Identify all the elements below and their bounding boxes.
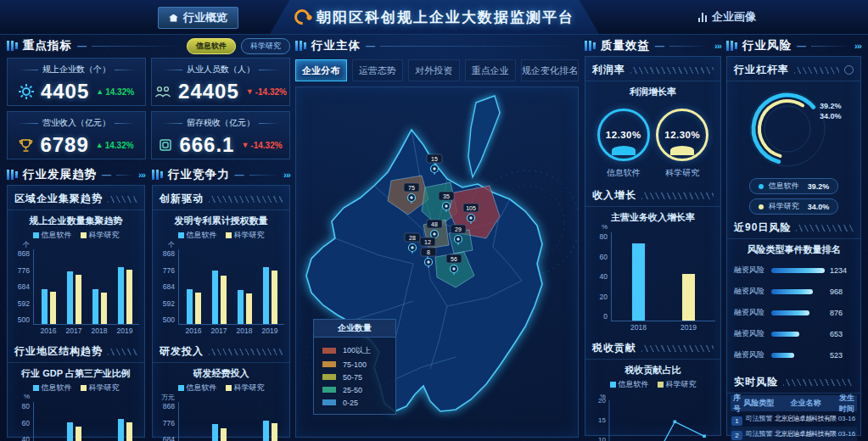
page-title: 朝阳区科创规上企业大数据监测平台: [316, 8, 574, 27]
panel-header-icon: [152, 170, 163, 180]
tab-运营态势[interactable]: 运营态势: [352, 59, 404, 81]
more-icon[interactable]: ›››: [714, 41, 721, 51]
stat-delta: ▲14.32%: [96, 87, 134, 97]
risk-rank-row: 融资风险1234: [734, 260, 854, 281]
quality-title: 质量效益: [601, 38, 650, 53]
patent-chart: 发明专利累计授权数量信息软件科学研究个868776684592500201620…: [153, 215, 289, 338]
section-header: 近90日风险: [727, 215, 860, 239]
section-header: 行业地区结构趋势: [8, 338, 144, 363]
svg-text:56: 56: [451, 256, 457, 262]
map-legend: 企业数量 100以上75-10050-7525-500-25: [313, 319, 396, 415]
risk-panel: 行业杠杆率 39.2%34.0%信息软件39.2%科学研究34.0% 近90日风…: [726, 56, 861, 436]
stat-delta: ▼-14.32%: [246, 87, 287, 97]
leverage-gauge: 39.2%34.0%信息软件39.2%科学研究34.0%: [727, 81, 860, 215]
svg-text:39.2%: 39.2%: [820, 102, 842, 110]
risk-title: 行业风险: [742, 38, 792, 53]
risk-rank-chart: 风险类型事件数量排名融资风险1234融资风险968融资风险876融资风险653融…: [727, 243, 860, 369]
info-icon[interactable]: [844, 65, 854, 75]
stat-delta: ▲14.32%: [96, 141, 134, 150]
nav-enterprise-portrait[interactable]: 企业画像: [688, 7, 767, 27]
tab-对外投资[interactable]: 对外投资: [408, 59, 460, 81]
nav-industry-overview-label: 行业概览: [183, 10, 227, 25]
stat-label: 从业人员数（人）: [152, 64, 289, 75]
more-icon[interactable]: ›››: [283, 170, 290, 180]
tax-contribution-chart: 税收贡献占比信息软件科学研究%051015202016201720182019: [585, 364, 720, 441]
key-indicators-header: 重点指标 — 信息软件科学研究: [7, 37, 290, 54]
quality-panel: 利润率 利润增长率12.30%信息软件12.30%科学研究 收入增长 主营业务收…: [585, 56, 721, 436]
more-icon[interactable]: ›››: [854, 41, 861, 51]
svg-text:15: 15: [431, 156, 438, 162]
realtime-risk-table: 序号风险类型企业名称发生时间1司法预警北京启迪卓越科技有限公司03-162司法预…: [727, 394, 860, 441]
svg-text:15: 15: [598, 416, 606, 424]
panel-header-icon: [7, 41, 18, 51]
section-header: 行业杠杆率: [727, 57, 860, 81]
stat-value: 4405: [41, 80, 89, 103]
svg-text:10: 10: [598, 436, 606, 441]
rd-invest-chart: 研发经费投入信息软件科学研究万元868776684592500201620172…: [153, 367, 289, 441]
section-header: 区域企业集聚趋势: [8, 186, 144, 210]
risk-header: 行业风险 — ›››: [726, 37, 861, 54]
map-legend-item: 25-50: [314, 383, 395, 396]
stat-label: 留存税收（亿元）: [152, 117, 289, 129]
map-legend-title: 企业数量: [313, 319, 396, 338]
svg-text:105: 105: [466, 205, 476, 211]
more-icon[interactable]: ›››: [138, 170, 145, 180]
stat-value: 6789: [40, 133, 88, 157]
tab-企业分布[interactable]: 企业分布: [295, 59, 347, 81]
competitiveness-panel: 创新驱动 发明专利累计授权数量信息软件科学研究个8687766845925002…: [152, 185, 290, 438]
svg-text:8: 8: [427, 249, 430, 255]
risk-rank-row: 融资风险876: [734, 302, 854, 323]
map-legend-item: 75-100: [314, 358, 395, 371]
platform-logo-icon: [291, 6, 312, 27]
panel-header-icon: [7, 170, 18, 180]
revenue-growth-chart: 主营业务收入增长率%80604020020182019: [585, 211, 720, 335]
industry-main-column: 行业主体 — 企业分布运营态势对外投资重点企业规企变化排名: [295, 37, 579, 438]
nav-industry-overview[interactable]: 行业概览: [158, 7, 238, 29]
tab-重点企业[interactable]: 重点企业: [465, 59, 517, 81]
key-indicators-title: 重点指标: [23, 38, 72, 53]
section-header: 研发投入: [153, 338, 289, 363]
people-icon: [154, 85, 171, 98]
risk-column: 行业风险 — ››› 行业杠杆率 39.2%34.0%信息软件39.2%科学研究…: [726, 37, 861, 436]
map-legend-item: 100以上: [314, 343, 395, 358]
profit-gauge: 12.30%科学研究: [656, 109, 708, 179]
table-row[interactable]: 2司法预警北京启迪卓越科技有限公司03-16: [731, 427, 857, 441]
section-header: 创新驱动: [153, 186, 289, 210]
stat-card-revenue: 营业收入（亿元） 6789 ▲14.32%: [7, 111, 146, 159]
panel-header-icon: [295, 41, 306, 51]
bar-chart-icon: [698, 13, 708, 22]
svg-text:28: 28: [409, 235, 416, 241]
svg-text:34.0%: 34.0%: [820, 112, 842, 120]
stat-label: 营业收入（亿元）: [8, 117, 145, 129]
svg-text:75: 75: [408, 185, 415, 191]
tax-icon: [159, 138, 172, 152]
stat-card-employees: 从业人员数（人） 24405 ▼-14.32%: [151, 58, 290, 106]
cluster-trend-chart: 规上企业数量集聚趋势信息软件科学研究个868776684592500201620…: [8, 215, 144, 338]
map-legend-item: 50-75: [314, 371, 395, 383]
risk-rank-row: 融资风险523: [734, 344, 854, 366]
enterprise-distribution-map-panel: 15753510548292812856 企业数量 100以上75-10050-…: [295, 87, 579, 438]
filter-tag[interactable]: 科学研究: [241, 38, 290, 54]
industry-trend-panel: 区域企业集聚趋势 规上企业数量集聚趋势信息软件科学研究个868776684592…: [7, 185, 145, 438]
profit-rate-gauges: 利润增长率12.30%信息软件12.30%科学研究: [585, 86, 720, 182]
filter-tag[interactable]: 信息软件: [187, 38, 236, 54]
section-header: 利润率: [585, 57, 720, 81]
competitiveness-title: 行业竞争力: [168, 167, 230, 182]
stat-value: 666.1: [179, 133, 234, 157]
competitiveness-header: 行业竞争力 — ›››: [152, 166, 290, 183]
risk-rank-row: 融资风险653: [734, 323, 854, 344]
stat-card-tax: 留存税收（亿元） 666.1 ▼-14.32%: [151, 111, 290, 159]
svg-text:48: 48: [431, 221, 438, 227]
tab-规企变化排名[interactable]: 规企变化排名: [521, 59, 579, 81]
key-indicator-cards: 规上企业数（个） 4405 ▲14.32% 从业人员数（人） 24405 ▼-1…: [7, 58, 290, 159]
section-header: 税收贡献: [585, 335, 720, 360]
nav-enterprise-portrait-label: 企业画像: [712, 9, 756, 25]
home-icon: [169, 14, 178, 22]
table-header-row: 序号风险类型企业名称发生时间: [731, 395, 857, 411]
section-header: 收入增长: [585, 182, 720, 207]
map-legend-item: 0-25: [314, 396, 395, 409]
stat-delta: ▼-14.32%: [241, 141, 282, 150]
industry-trend-block: 行业发展趋势 — ››› 区域企业集聚趋势 规上企业数量集聚趋势信息软件科学研究…: [7, 166, 145, 438]
profit-gauge: 12.30%信息软件: [597, 109, 650, 179]
section-header: 实时风险: [727, 369, 860, 394]
